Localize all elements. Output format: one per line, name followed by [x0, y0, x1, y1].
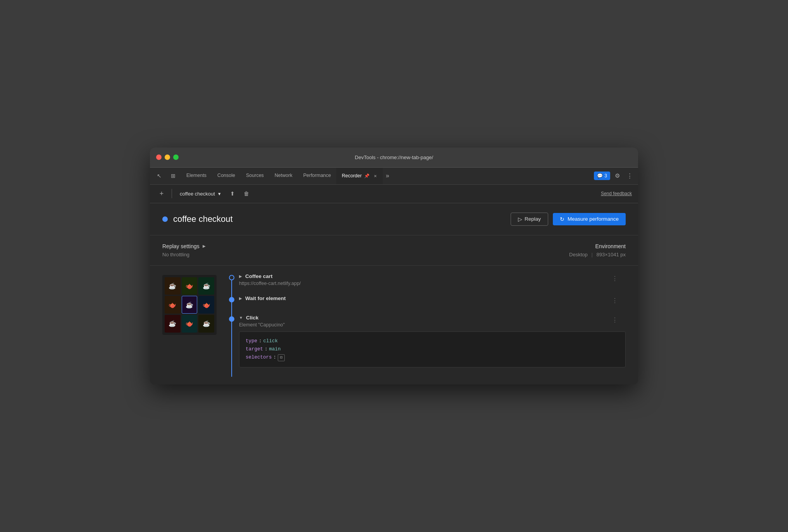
code-value-type: click — [263, 337, 278, 345]
step-node-coffee-cart — [229, 275, 234, 280]
more-tabs-button[interactable]: » — [383, 167, 392, 184]
plus-icon: + — [160, 190, 164, 198]
step-content-click: ▼ Click Element "Cappucino" — [239, 315, 610, 328]
devtools-more-button[interactable]: ⋮ — [624, 170, 635, 181]
step-element-click: Element "Cappucino" — [239, 322, 604, 328]
step-node-wait-element — [229, 297, 234, 302]
settings-right: Environment Desktop | 893×1041 px — [569, 243, 626, 257]
step-expanded-click: type : click target : main selectors — [239, 328, 626, 368]
issues-badge-button[interactable]: 💬 3 — [594, 172, 610, 180]
step-more-button-click[interactable]: ⋮ — [610, 316, 619, 325]
recording-name-label: coffee checkout — [180, 191, 215, 197]
code-key-selectors: selectors — [246, 354, 272, 362]
step-name-coffee-cart: Coffee cart — [245, 273, 273, 279]
add-recording-button[interactable]: + — [156, 188, 167, 199]
tab-sources[interactable]: Sources — [241, 167, 269, 184]
timeline-area: ▶ Coffee cart https://coffee-cart.netlif… — [224, 273, 626, 377]
code-line-type: type : click — [246, 337, 619, 345]
delete-icon: 🗑 — [244, 190, 249, 197]
close-traffic-light[interactable] — [156, 154, 162, 160]
code-line-target: target : main — [246, 345, 619, 354]
code-value-target: main — [269, 345, 281, 354]
replay-play-icon: ▷ — [518, 216, 522, 222]
step-header-wait-element: ▶ Wait for element — [239, 295, 604, 301]
code-line-selectors: selectors : ⊡ — [246, 354, 619, 362]
step-header-coffee-cart: ▶ Coffee cart — [239, 273, 604, 279]
code-key-type: type — [246, 337, 257, 345]
step-code-block-click: type : click target : main selectors — [239, 331, 626, 368]
step-content-coffee-cart: ▶ Coffee cart https://coffee-cart.netlif… — [239, 273, 610, 286]
gear-icon: ⚙ — [615, 172, 620, 179]
thumbnail-area: ☕ 🫖 ☕ 🫖 ☕ 🫖 ☕ 🫖 ☕ — [162, 275, 224, 377]
layers-icon-btn[interactable]: ⊞ — [167, 170, 179, 182]
step-more-button-wait-element[interactable]: ⋮ — [610, 296, 619, 305]
step-name-click: Click — [246, 315, 258, 321]
step-wait-element: ▶ Wait for element ⋮ — [224, 295, 626, 305]
selector-picker-icon[interactable]: ⊡ — [278, 354, 285, 361]
step-header-click: ▼ Click — [239, 315, 604, 321]
export-icon: ⬆ — [230, 190, 235, 197]
recorder-close-button[interactable]: × — [372, 172, 379, 179]
step-name-wait-element: Wait for element — [245, 295, 286, 301]
step-expand-wait-element[interactable]: ▶ — [239, 296, 242, 300]
step-click-cappucino: ▼ Click Element "Cappucino" ⋮ type : — [224, 315, 626, 368]
step-dot-wait-element — [224, 295, 239, 302]
step-url-coffee-cart: https://coffee-cart.netlify.app/ — [239, 281, 604, 286]
maximize-traffic-light[interactable] — [173, 154, 179, 160]
recorder-pin-icon: 📌 — [364, 173, 370, 178]
tab-elements[interactable]: Elements — [181, 167, 212, 184]
step-expand-click[interactable]: ▼ — [239, 316, 243, 320]
settings-left: Replay settings ▶ No throttling — [162, 243, 569, 257]
send-feedback-link[interactable]: Send feedback — [601, 191, 632, 196]
cursor-icon: ↖ — [157, 173, 162, 179]
measure-performance-button[interactable]: ↻ Measure performance — [553, 213, 626, 225]
replay-button[interactable]: ▷ Replay — [511, 213, 548, 226]
devtools-window: DevTools - chrome://new-tab-page/ ↖ ⊞ El… — [150, 148, 638, 385]
replay-settings-arrow-icon: ▶ — [203, 244, 206, 248]
tab-console[interactable]: Console — [212, 167, 241, 184]
recording-thumbnail: ☕ 🫖 ☕ 🫖 ☕ 🫖 ☕ 🫖 ☕ — [162, 275, 217, 335]
step-node-click — [229, 316, 234, 322]
replay-settings-toggle[interactable]: Replay settings ▶ — [162, 243, 569, 249]
step-content-wait-element: ▶ Wait for element — [239, 295, 610, 303]
tab-performance[interactable]: Performance — [298, 167, 337, 184]
step-dot-coffee-cart — [224, 273, 239, 280]
export-recording-button[interactable]: ⬆ — [227, 188, 238, 199]
chevron-down-icon: ▾ — [218, 191, 221, 197]
tab-network[interactable]: Network — [269, 167, 298, 184]
delete-recording-button[interactable]: 🗑 — [241, 188, 252, 199]
steps-section: ☕ 🫖 ☕ 🫖 ☕ 🫖 ☕ 🫖 ☕ — [150, 266, 638, 385]
recording-status-dot — [162, 216, 168, 222]
toolbar-divider — [172, 189, 172, 198]
settings-gear-button[interactable]: ⚙ — [612, 170, 623, 181]
recording-selector[interactable]: coffee checkout ▾ — [177, 189, 224, 198]
environment-value: Desktop | 893×1041 px — [569, 252, 626, 257]
layers-icon: ⊞ — [171, 173, 175, 179]
replay-settings-section: Replay settings ▶ No throttling Environm… — [150, 235, 638, 266]
ellipsis-icon: ⋮ — [627, 172, 633, 179]
window-title: DevTools - chrome://new-tab-page/ — [355, 154, 433, 160]
environment-title: Environment — [569, 243, 626, 249]
recorder-main-content: coffee checkout ▷ Replay ↻ Measure perfo… — [150, 203, 638, 385]
devtools-tab-bar: ↖ ⊞ Elements Console Sources Network Per… — [150, 168, 638, 185]
code-key-target: target — [246, 345, 263, 354]
recording-header: coffee checkout ▷ Replay ↻ Measure perfo… — [150, 203, 638, 235]
step-expand-coffee-cart[interactable]: ▶ — [239, 274, 242, 278]
titlebar: DevTools - chrome://new-tab-page/ — [150, 148, 638, 168]
issues-badge-icon: 💬 — [597, 173, 603, 178]
minimize-traffic-light[interactable] — [165, 154, 170, 160]
recording-title: coffee checkout — [173, 214, 511, 224]
devtools-right-icons: 💬 3 ⚙ ⋮ — [594, 170, 635, 181]
traffic-lights — [156, 154, 179, 160]
throttling-label: No throttling — [162, 252, 569, 257]
step-click-row: ▼ Click Element "Cappucino" ⋮ — [224, 315, 626, 328]
step-more-button-coffee-cart[interactable]: ⋮ — [610, 274, 619, 283]
step-dot-click — [224, 315, 239, 322]
tab-recorder[interactable]: Recorder 📌 × — [336, 167, 382, 184]
step-coffee-cart: ▶ Coffee cart https://coffee-cart.netlif… — [224, 273, 626, 286]
replay-settings-label: Replay settings — [162, 243, 200, 249]
measure-perf-icon: ↻ — [560, 216, 564, 222]
cursor-icon-btn[interactable]: ↖ — [153, 170, 165, 182]
recorder-toolbar: + coffee checkout ▾ ⬆ 🗑 Send feedback — [150, 185, 638, 203]
